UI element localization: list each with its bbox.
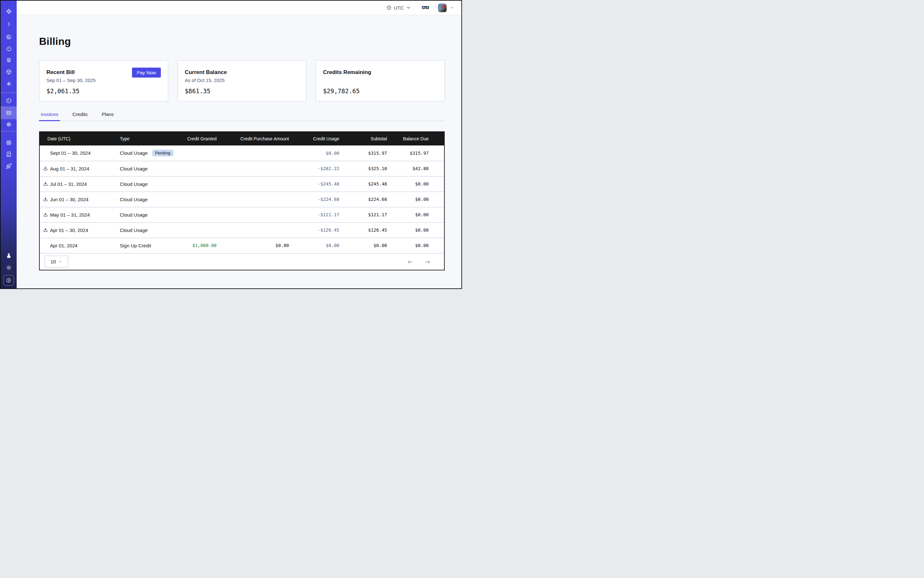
table-header: Date (UTC) Type Credit Granted Credit Pu… — [40, 132, 444, 146]
subtotal-value: $0.00 — [339, 238, 387, 253]
cube-icon[interactable] — [4, 67, 13, 76]
glasses-icon[interactable] — [422, 5, 429, 10]
spiral-scope-icon[interactable] — [4, 32, 13, 41]
invoices-table: Date (UTC) Type Credit Granted Credit Pu… — [39, 132, 445, 270]
subtotal-value: $121.17 — [339, 207, 387, 222]
download-invoice-icon[interactable] — [43, 227, 48, 232]
chevron-right-icon[interactable] — [4, 19, 13, 29]
flask-icon[interactable] — [4, 251, 13, 260]
sun-icon[interactable] — [4, 263, 13, 272]
credit-purchase-value — [217, 146, 289, 161]
subtotal-value: $325.10 — [339, 161, 387, 176]
invoice-date: Apr 01, 2024 — [50, 243, 78, 248]
subtotal-value: $224.68 — [339, 192, 387, 207]
sidebar-divider — [1, 93, 17, 93]
history-clock-icon[interactable] — [4, 44, 13, 53]
chevron-down-icon[interactable] — [450, 6, 454, 10]
credit-usage-value: -$121.17 — [289, 207, 339, 222]
invoice-type: Cloud Usage — [120, 181, 148, 187]
download-invoice-icon[interactable] — [43, 197, 48, 202]
status-badge: Pending — [152, 149, 173, 156]
svg-text:$: $ — [8, 279, 9, 282]
layers-icon[interactable] — [4, 55, 13, 64]
credit-granted-value — [181, 161, 217, 176]
wheel-icon[interactable] — [4, 138, 13, 147]
card-subtitle: Sep 01 – Sep 30, 2025 — [47, 78, 161, 83]
billing-tabs: Invoices Credits Plans — [39, 112, 445, 121]
download-invoice-icon[interactable] — [43, 166, 48, 171]
avatar[interactable] — [438, 3, 447, 12]
page-size-select[interactable]: 10 — [44, 256, 68, 268]
credit-usage-value: $0.00 — [289, 238, 339, 253]
invoice-type: Sign Up Credit — [120, 243, 151, 248]
asterisk-icon[interactable] — [4, 79, 13, 88]
balance-due-value: $0.00 — [387, 238, 444, 253]
invoice-type: Cloud Usage — [120, 212, 148, 218]
rocket-icon[interactable] — [4, 161, 13, 170]
pagination-bar: 10 ← → — [40, 253, 444, 270]
sidebar-divider — [1, 131, 17, 132]
col-date: Date (UTC) — [40, 132, 120, 146]
download-invoice-icon — [43, 243, 48, 248]
table-row: Jun 01 – 30, 2024 Cloud Usage -$224.68 $… — [40, 192, 444, 207]
col-credit-purchase: Credit Purchase Amount — [217, 132, 289, 146]
balance-due-value: $0.00 — [387, 192, 444, 207]
credit-purchase-value — [217, 161, 289, 176]
page-size-value: 10 — [50, 259, 56, 264]
card-title: Credits Remaining — [323, 69, 437, 76]
col-credit-granted: Credit Granted — [181, 132, 217, 146]
tab-credits[interactable]: Credits — [71, 112, 89, 121]
balance-due-value: $0.00 — [387, 207, 444, 222]
next-page-button[interactable]: → — [424, 258, 430, 265]
credit-usage-value: -$126.45 — [289, 222, 339, 238]
subtotal-value: $245.48 — [339, 176, 387, 192]
prev-page-button[interactable]: ← — [408, 258, 413, 265]
summary-cards: Recent Bill Sep 01 – Sep 30, 2025 $2,061… — [39, 60, 445, 101]
col-balance-due: Balance Due — [387, 132, 444, 146]
topbar: UTC — [17, 1, 461, 15]
timezone-label: UTC — [394, 5, 404, 11]
invoice-date: Jul 01 – 31, 2024 — [50, 181, 87, 187]
download-invoice-icon[interactable] — [43, 181, 48, 187]
card-subtitle — [323, 78, 437, 83]
card-title: Current Balance — [185, 69, 299, 76]
table-row: Apr 01, 2024 Sign Up Credit $1,000.00 $0… — [40, 238, 444, 253]
card-subtitle: As of Oct 15, 2025 — [185, 78, 299, 83]
credit-granted-value — [181, 192, 217, 207]
col-credit-usage: Credit Usage — [289, 132, 339, 146]
pay-now-button[interactable]: Pay Now — [132, 68, 161, 78]
subtotal-value: $315.97 — [339, 146, 387, 161]
card-amount: $29,782.65 — [323, 88, 437, 94]
timezone-selector[interactable]: UTC — [386, 5, 411, 11]
credit-purchase-value — [217, 192, 289, 207]
tab-plans[interactable]: Plans — [100, 112, 116, 121]
billing-card-icon[interactable] — [4, 108, 13, 117]
invoice-date: Apr 01 – 30, 2024 — [50, 227, 88, 233]
app-window: $ UTC Billing Recent Bill Sep 01 – Sep 3… — [0, 0, 462, 289]
invoice-date: Jun 01 – 30, 2024 — [50, 197, 88, 202]
gauge-icon[interactable] — [4, 96, 13, 105]
sidebar: $ — [1, 1, 17, 288]
invoice-date: Sept 01 – 30, 2024 — [50, 150, 91, 156]
chevron-down-icon — [406, 5, 411, 10]
col-type: Type — [120, 132, 181, 146]
credit-granted-value — [181, 176, 217, 192]
logo-orbit-icon[interactable] — [4, 7, 13, 16]
credit-purchase-value — [217, 207, 289, 222]
dollar-coin-button[interactable]: $ — [3, 275, 14, 286]
invoice-date: Aug 01 – 31, 2024 — [50, 166, 89, 171]
balance-due-value: $0.00 — [387, 176, 444, 192]
clock-icon — [386, 5, 391, 10]
invoice-type: Cloud Usage — [120, 197, 148, 202]
gear-icon[interactable] — [4, 120, 13, 129]
balance-due-value: $315.97 — [387, 146, 444, 161]
credit-granted-value — [181, 222, 217, 238]
download-invoice-icon[interactable] — [43, 212, 48, 217]
book-sparkle-icon[interactable] — [4, 149, 13, 159]
tab-invoices[interactable]: Invoices — [39, 112, 60, 121]
card-amount: $861.35 — [185, 88, 299, 94]
credit-usage-value: -$224.68 — [289, 192, 339, 207]
balance-due-value: $0.00 — [387, 222, 444, 238]
table-row: May 01 – 31, 2024 Cloud Usage -$121.17 $… — [40, 207, 444, 222]
credits-remaining-card: Credits Remaining $29,782.65 — [316, 60, 445, 101]
